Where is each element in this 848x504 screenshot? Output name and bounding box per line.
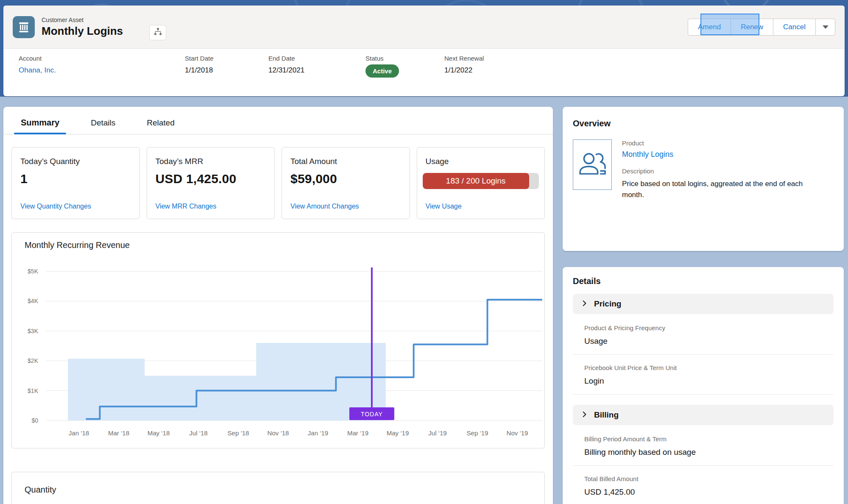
view-quantity-changes-link[interactable]: View Quantity Changes [20,203,131,210]
field-end-date: End Date 12/31/2021 [268,55,304,75]
detail-field-value: USD 1,425.00 [584,487,834,497]
x-tick-label: Sep ‘18 [228,429,249,437]
detail-field-total-billed: Total Billed Amount USD 1,425.00 [584,475,834,497]
record-highlights: Account Ohana, Inc. Start Date 1/1/2018 … [3,49,845,96]
overview-body: Product Monthly Logins Description Price… [573,139,834,201]
detail-field-value: Usage [584,337,834,346]
field-value: 1/1/2022 [444,66,484,75]
detail-field-value: Login [584,376,834,386]
divider [573,394,834,395]
hierarchy-icon [154,28,162,37]
status-badge: Active [365,64,399,78]
detail-field-label: Pricebook Unit Price & Term Unit [584,364,834,371]
product-label: Product [622,139,804,147]
kpi-value: USD 1,425.00 [156,172,266,186]
kpi-value: 1 [20,172,131,186]
description-text: Price based on total logins, aggreated a… [622,178,804,201]
kpi-value: $59,000 [290,172,401,186]
x-tick-label: Sep ‘19 [467,429,488,437]
pricing-section-header[interactable]: Pricing [573,294,834,314]
kpi-title: Today’s Quantity [20,157,131,166]
product-image-box [573,139,612,190]
quantity-section-title: Quantity [25,485,544,495]
mrr-chart-card: Monthly Recurring Revenue $5K$4K$3K$2K$1… [11,232,545,448]
selection-highlight-overlay [700,14,759,35]
details-heading: Details [573,276,834,286]
divider [573,465,834,466]
field-next-renewal: Next Renewal 1/1/2022 [444,55,484,75]
detail-field-label: Billing Period Amount & Term [584,435,834,443]
divider [573,354,834,355]
contacts-icon [577,143,608,187]
tab-related[interactable]: Related [145,118,176,134]
product-link[interactable]: Monthly Logins [622,150,673,159]
x-tick-label: Jul ‘19 [428,429,446,437]
view-mrr-changes-link[interactable]: View MRR Changes [156,203,266,210]
overview-card: Overview Product Monthly Logins [563,107,844,251]
chevron-right-icon [581,300,588,308]
section-title: Pricing [594,299,621,309]
detail-field-pricebook-unit: Pricebook Unit Price & Term Unit Login [584,364,834,386]
details-card: Details Pricing Product & Pricing Freque… [563,267,844,504]
view-usage-link[interactable]: View Usage [426,203,536,210]
kpi-title: Usage [426,157,536,166]
x-tick-label: Jul ‘18 [189,429,207,437]
x-tick-label: Nov ‘19 [507,429,528,437]
detail-field-billing-period: Billing Period Amount & Term Billing mon… [584,435,834,457]
x-tick-label: Jan ‘19 [308,429,328,437]
y-tick-label: $2K [28,357,39,364]
detail-field-label: Product & Pricing Frequency [584,324,834,331]
overview-heading: Overview [573,119,834,128]
field-label: Account [19,55,56,62]
kpi-total-amount: Total Amount $59,000 View Amount Changes [282,147,410,219]
field-value: 1/1/2018 [185,66,214,75]
cancel-button[interactable]: Cancel [773,19,816,36]
kpi-todays-mrr: Today’s MRR USD 1,425.00 View MRR Change… [147,147,275,219]
record-titles: Customer Asset Monthly Logins [42,17,123,38]
more-actions-button[interactable] [815,19,835,36]
record-type-label: Customer Asset [42,17,123,23]
y-tick-label: $5K [28,268,39,275]
y-tick-label: $1K [28,387,39,394]
kpi-title: Today’s MRR [156,157,266,166]
caret-down-icon [823,25,828,29]
usage-progress-fill: 183 / 200 Logins [423,173,529,189]
billing-section-header[interactable]: Billing [573,405,834,425]
detail-field-pricing-frequency: Product & Pricing Frequency Usage [584,324,834,346]
usage-progress-bar: 183 / 200 Logins [423,173,539,189]
mrr-chart-svg: $5K$4K$3K$2K$1K$0TODAYJan ‘18Mar ‘18May … [12,252,543,445]
tab-summary[interactable]: Summary [19,118,61,134]
overview-fields: Product Monthly Logins Description Price… [622,139,804,201]
x-tick-label: Mar ‘18 [108,429,129,437]
page-title: Monthly Logins [42,25,123,38]
customer-asset-icon [13,16,35,38]
kpi-todays-quantity: Today’s Quantity 1 View Quantity Changes [11,147,140,219]
view-amount-changes-link[interactable]: View Amount Changes [290,203,401,210]
field-label: Next Renewal [444,55,484,62]
summary-panel: Summary Details Related Today’s Quantity… [3,107,553,504]
kpi-cards: Today’s Quantity 1 View Quantity Changes… [3,134,553,219]
tab-bar: Summary Details Related [3,107,553,134]
chevron-right-icon [581,411,588,419]
detail-field-value: Billing monthly based on usage [584,448,834,457]
field-label: Start Date [185,55,214,62]
field-account: Account Ohana, Inc. [19,55,56,75]
field-label: End Date [268,55,304,62]
account-link[interactable]: Ohana, Inc. [19,66,56,74]
field-value: 12/31/2021 [268,66,304,75]
view-hierarchy-button[interactable] [149,25,166,40]
y-tick-label: $0 [31,417,38,424]
kpi-usage: Usage 183 / 200 Logins View Usage [417,147,545,219]
x-tick-label: Jan ‘18 [69,429,89,437]
x-tick-label: May ‘19 [387,429,409,437]
detail-field-label: Total Billed Amount [584,475,834,482]
x-tick-label: May ‘18 [148,429,170,437]
y-tick-label: $3K [28,328,39,334]
chart-title: Monthly Recurring Revenue [25,240,544,250]
x-tick-label: Mar ‘19 [347,429,368,437]
field-start-date: Start Date 1/1/2018 [185,55,214,75]
field-label: Status [365,55,399,62]
today-label: TODAY [361,411,383,418]
tab-details[interactable]: Details [89,118,117,134]
description-label: Description [622,167,804,175]
